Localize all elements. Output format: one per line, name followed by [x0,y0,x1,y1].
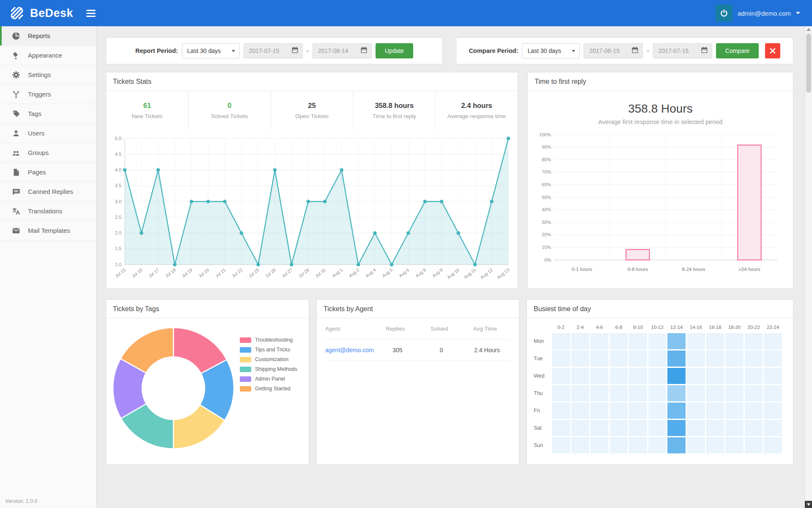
compare-end-date-input[interactable]: 2017-07-15 [653,43,712,58]
svg-text:5.0: 5.0 [115,136,121,141]
stat-label: New Tickets [132,113,163,119]
vertical-scrollbar[interactable] [805,26,812,508]
heatmap-cell [571,351,590,367]
scroll-down-arrow-icon[interactable] [805,501,812,508]
compare-button[interactable]: Compare [716,43,759,58]
svg-text:60%: 60% [541,182,551,187]
heatmap-row-label: Sat [534,420,551,436]
brand-name[interactable]: BeDesk [30,7,73,20]
sidebar-item-translations[interactable]: Translations [0,202,96,221]
column-header-agent: Agent [325,326,372,332]
compare-range-select[interactable]: Last 30 days [522,43,580,58]
sidebar-item-label: Canned Replies [28,188,73,195]
sidebar-item-mail-templates[interactable]: Mail Templates [0,221,96,240]
line-chart-wrap: 1.01.52.02.53.03.54.04.55.0Jul 15Jul 16J… [106,130,518,289]
navbar-left: BeDesk [9,6,97,21]
split-icon [12,90,20,99]
legend-item-troubleshooting[interactable]: Troubleshooting [240,337,297,343]
update-button[interactable]: Update [376,43,413,58]
heatmap-cell [687,420,705,436]
heatmap-cell [571,403,590,419]
heatmap-cell [764,420,782,436]
svg-text:Jul 26: Jul 26 [264,267,277,279]
hamburger-menu-icon[interactable] [85,8,97,19]
svg-text:1.0: 1.0 [115,262,121,267]
legend-swatch [240,357,251,362]
close-icon [770,48,776,54]
heatmap-cell [725,437,743,453]
sidebar-item-triggers[interactable]: Triggers [0,85,96,104]
first-reply-headline: 358.8 Hours [528,102,793,116]
heatmap-cell [725,403,743,419]
svg-text:10%: 10% [541,245,551,250]
svg-text:2.0: 2.0 [115,230,121,235]
sidebar-item-groups[interactable]: Groups [0,143,96,163]
scrollbar-thumb[interactable] [806,33,811,93]
stat-label: Solved Tickets [211,113,248,119]
report-start-date-input[interactable]: 2017-07-15 [244,43,303,58]
sidebar-item-settings[interactable]: Settings [0,65,96,85]
legend-swatch [240,347,251,353]
top-navbar: BeDesk admin@demo.com [0,0,812,26]
heatmap-row-label: Mon [534,333,551,349]
heatmap-cell [590,403,609,419]
heatmap-cell [629,403,647,419]
sidebar-item-label: Triggers [28,91,51,98]
svg-text:Aug 4: Aug 4 [365,267,377,278]
legend-label: Shipping Methods [255,366,297,372]
compare-start-date-input[interactable]: 2017-06-15 [584,43,643,58]
svg-text:Jul 16: Jul 16 [131,267,143,279]
tickets-by-agent-card: Tickets by Agent AgentRepliesSolvedAvg T… [316,299,519,465]
agent-replies: 305 [374,347,421,353]
heatmap-cell [610,403,628,419]
legend-item-tips-and-tricks[interactable]: Tips and Tricks [240,347,297,353]
report-end-date-input[interactable]: 2017-08-14 [313,43,372,58]
heatmap-col-label: 0-2 [552,323,570,332]
svg-text:Jul 19: Jul 19 [181,267,193,279]
sidebar-item-appearance[interactable]: Appearance [0,46,96,65]
compare-range-value: Last 30 days [527,47,561,54]
agent-solved: 0 [421,347,462,353]
sidebar-item-canned-replies[interactable]: Canned Replies [0,182,96,202]
legend-item-customization[interactable]: Customization [240,356,297,362]
agent-email-link[interactable]: agent@demo.com [325,347,374,353]
sidebar-item-tags[interactable]: Tags [0,104,96,124]
svg-text:Jul 28: Jul 28 [298,267,310,279]
brush-icon [12,51,20,60]
stat-label: Open Tickets [295,113,329,119]
first-reply-bar-chart: 0%10%20%30%40%50%60%70%80%90%100%0-1 hou… [534,131,787,279]
sidebar-item-users[interactable]: Users [0,124,96,143]
report-range-select[interactable]: Last 30 days [182,43,240,58]
legend-item-admin-panel[interactable]: Admin Panel [240,376,297,382]
heatmap-row-label: Sun [534,437,551,453]
svg-text:0-1 hours: 0-1 hours [571,267,592,272]
heatmap-cell [648,351,667,367]
legend-item-getting-started[interactable]: Getting Started [240,386,297,392]
heatmap-cell [552,333,570,349]
bottom-row: Tickets by Tags TroubleshootingTips and … [106,299,793,465]
heatmap-cell [745,351,763,367]
calendar-icon [291,47,299,55]
user-menu[interactable]: admin@demo.com [716,5,800,22]
heatmap-cell [648,403,667,419]
svg-text:1.5: 1.5 [115,246,121,251]
report-range-value: Last 30 days [187,47,221,54]
heatmap-cell [667,420,686,436]
heatmap-cell [706,368,724,384]
brand-logo-icon [9,6,25,21]
stat-value: 2.4 hours [461,102,492,110]
heatmap-cell [590,368,609,384]
legend-item-shipping-methods[interactable]: Shipping Methods [240,366,297,372]
heatmap-cell [552,385,570,401]
sidebar-item-reports[interactable]: Reports [0,26,96,46]
svg-text:Aug 6: Aug 6 [398,267,410,278]
sidebar-nav: ReportsAppearanceSettingsTriggersTagsUse… [0,26,96,240]
close-compare-button[interactable] [765,43,780,58]
svg-text:Aug 1: Aug 1 [331,267,343,278]
svg-text:Aug 13: Aug 13 [496,267,510,280]
heatmap-cell [590,385,609,401]
sidebar-item-pages[interactable]: Pages [0,163,96,182]
heatmap-cell [745,368,763,384]
heatmap-cell [571,437,590,453]
scroll-up-arrow-icon[interactable] [807,28,811,31]
